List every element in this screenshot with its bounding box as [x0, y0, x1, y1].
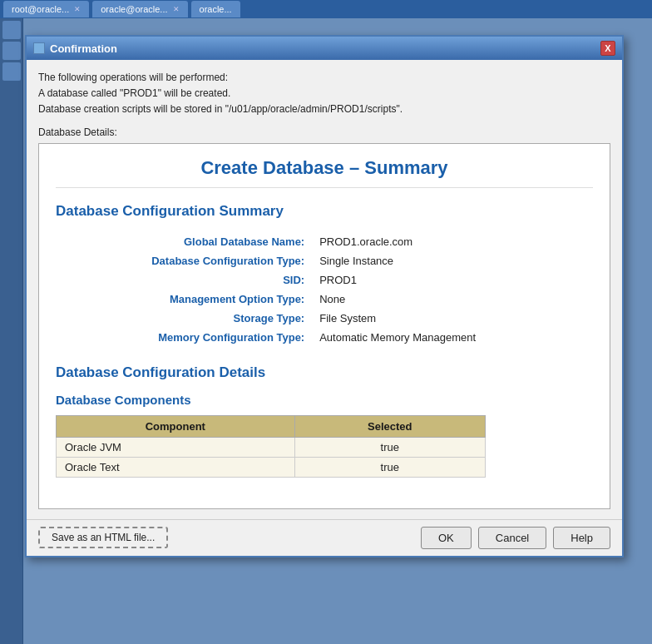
config-row: Management Option Type:None: [57, 290, 591, 308]
dialog-title: Confirmation: [50, 42, 117, 55]
summary-title: Create Database – Summary: [56, 157, 593, 188]
config-value: None: [314, 290, 591, 308]
dialog-titlebar: Confirmation X: [27, 37, 622, 60]
taskbar: root@oracle... ✕ oracle@oracle... ✕ orac…: [0, 0, 652, 18]
dialog-close-button[interactable]: X: [600, 41, 615, 56]
side-panel-item-1: [2, 21, 21, 39]
config-row: Memory Configuration Type:Automatic Memo…: [57, 329, 591, 346]
dialog-icon: [33, 42, 45, 54]
intro-line-2: A database called "PROD1" will be create…: [38, 86, 610, 102]
taskbar-tab-3-label: oracle...: [200, 4, 232, 14]
config-value: File System: [314, 310, 591, 327]
component-name: Oracle Text: [57, 457, 295, 477]
config-value: PROD1.oracle.com: [314, 233, 591, 250]
dialog-body: The following operations will be perform…: [27, 60, 622, 519]
content-scroll-area[interactable]: Create Database – Summary Database Confi…: [38, 143, 610, 509]
config-row: SID:PROD1: [57, 271, 591, 289]
component-row: Oracle Texttrue: [57, 457, 486, 477]
config-label: Global Database Name:: [57, 233, 313, 250]
ok-button[interactable]: OK: [421, 527, 472, 549]
selected-col-header: Selected: [294, 415, 485, 437]
components-table: Component Selected Oracle JVMtrueOracle …: [56, 415, 486, 478]
component-name: Oracle JVM: [57, 437, 295, 457]
config-row: Database Configuration Type:Single Insta…: [57, 252, 591, 270]
cancel-button[interactable]: Cancel: [478, 527, 546, 549]
taskbar-tab-2[interactable]: oracle@oracle... ✕: [92, 1, 187, 17]
config-section-heading: Database Configuration Summary: [56, 203, 593, 220]
config-label: Management Option Type:: [57, 290, 313, 308]
component-selected: true: [294, 437, 485, 457]
component-col-header: Component: [57, 415, 295, 437]
config-label: Storage Type:: [57, 310, 313, 327]
side-panel-item-3: [2, 62, 21, 81]
confirmation-dialog: Confirmation X The following operations …: [25, 35, 624, 557]
config-label: Database Configuration Type:: [57, 252, 313, 270]
taskbar-tab-2-label: oracle@oracle...: [101, 4, 167, 14]
footer-buttons: OK Cancel Help: [421, 527, 610, 549]
taskbar-tab-2-close[interactable]: ✕: [173, 5, 180, 13]
taskbar-tab-1-close[interactable]: ✕: [74, 5, 81, 13]
save-html-button[interactable]: Save as an HTML file...: [38, 527, 168, 548]
intro-line-3: Database creation scripts will be stored…: [38, 102, 610, 117]
intro-text: The following operations will be perform…: [38, 70, 610, 118]
intro-line-1: The following operations will be perform…: [38, 70, 610, 86]
config-table: Global Database Name:PROD1.oracle.comDat…: [56, 231, 593, 348]
side-panel-item-2: [2, 42, 21, 60]
config-value: Single Instance: [314, 252, 591, 270]
desktop: Confirmation X The following operations …: [0, 18, 652, 644]
config-label: Memory Configuration Type:: [57, 329, 313, 346]
component-row: Oracle JVMtrue: [57, 437, 486, 457]
config-value: PROD1: [314, 271, 591, 289]
side-panel: [0, 18, 23, 644]
dialog-footer: Save as an HTML file... OK Cancel Help: [27, 519, 622, 556]
config-row: Storage Type:File System: [57, 310, 591, 327]
taskbar-tab-1[interactable]: root@oracle... ✕: [3, 1, 89, 17]
component-selected: true: [294, 457, 485, 477]
details-section-heading: Database Configuration Details: [56, 364, 593, 381]
details-label: Database Details:: [38, 126, 610, 138]
config-row: Global Database Name:PROD1.oracle.com: [57, 233, 591, 250]
taskbar-tab-3[interactable]: oracle...: [191, 1, 240, 17]
dialog-titlebar-left: Confirmation: [33, 42, 117, 55]
config-label: SID:: [57, 271, 313, 289]
taskbar-tab-1-label: root@oracle...: [12, 4, 69, 14]
help-button[interactable]: Help: [553, 527, 610, 549]
config-value: Automatic Memory Management: [314, 329, 591, 346]
components-heading: Database Components: [56, 393, 593, 407]
